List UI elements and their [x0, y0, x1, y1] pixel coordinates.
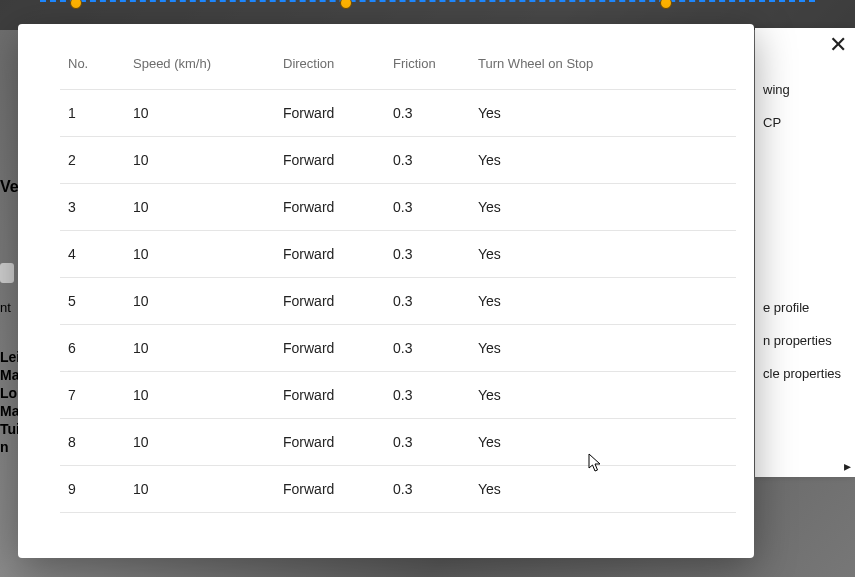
cell-friction: 0.3 [385, 466, 470, 513]
cell-friction: 0.3 [385, 90, 470, 137]
side-item-profile[interactable]: e profile [763, 300, 845, 315]
side-item-props1[interactable]: n properties [763, 333, 845, 348]
cell-no: 3 [60, 184, 125, 231]
chevron-right-icon[interactable]: ▸ [844, 458, 851, 474]
table-row[interactable]: 910Forward0.3Yes [60, 466, 736, 513]
cell-no: 2 [60, 137, 125, 184]
cell-turn: Yes [470, 466, 736, 513]
table-row[interactable]: 510Forward0.3Yes [60, 278, 736, 325]
cell-turn: Yes [470, 278, 736, 325]
cell-friction: 0.3 [385, 184, 470, 231]
cell-direction: Forward [275, 184, 385, 231]
cell-direction: Forward [275, 419, 385, 466]
cell-no: 6 [60, 325, 125, 372]
cell-speed: 10 [125, 419, 275, 466]
cell-turn: Yes [470, 372, 736, 419]
table-row[interactable]: 310Forward0.3Yes [60, 184, 736, 231]
cell-direction: Forward [275, 372, 385, 419]
selection-border [40, 0, 815, 8]
left-fragment-chip [0, 263, 14, 283]
cell-turn: Yes [470, 184, 736, 231]
cell-turn: Yes [470, 137, 736, 184]
side-item-wing[interactable]: wing [763, 82, 845, 97]
cell-direction: Forward [275, 466, 385, 513]
left-fragment-nt: nt [0, 299, 11, 317]
cell-no: 7 [60, 372, 125, 419]
side-item-cp[interactable]: CP [763, 115, 845, 130]
cell-turn: Yes [470, 325, 736, 372]
table-header-row: No. Speed (km/h) Direction Friction Turn… [60, 42, 736, 90]
cell-turn: Yes [470, 90, 736, 137]
cell-speed: 10 [125, 137, 275, 184]
table-row[interactable]: 210Forward0.3Yes [60, 137, 736, 184]
table-row[interactable]: 810Forward0.3Yes [60, 419, 736, 466]
cell-speed: 10 [125, 231, 275, 278]
col-header-speed: Speed (km/h) [125, 42, 275, 90]
side-item-props2[interactable]: cle properties [763, 366, 845, 381]
cell-direction: Forward [275, 90, 385, 137]
cell-friction: 0.3 [385, 372, 470, 419]
cell-friction: 0.3 [385, 231, 470, 278]
cell-direction: Forward [275, 231, 385, 278]
cell-no: 4 [60, 231, 125, 278]
cell-no: 1 [60, 90, 125, 137]
cell-speed: 10 [125, 372, 275, 419]
table-row[interactable]: 710Forward0.3Yes [60, 372, 736, 419]
cell-speed: 10 [125, 466, 275, 513]
col-header-direction: Direction [275, 42, 385, 90]
cell-turn: Yes [470, 419, 736, 466]
close-icon[interactable]: ✕ [829, 34, 847, 56]
cell-friction: 0.3 [385, 137, 470, 184]
parameters-dialog: No. Speed (km/h) Direction Friction Turn… [18, 24, 754, 558]
side-panel: ✕ wing CP e profile n properties cle pro… [755, 28, 855, 477]
cell-friction: 0.3 [385, 325, 470, 372]
table-row[interactable]: 410Forward0.3Yes [60, 231, 736, 278]
cell-no: 8 [60, 419, 125, 466]
col-header-no: No. [60, 42, 125, 90]
cell-speed: 10 [125, 278, 275, 325]
table-row[interactable]: 110Forward0.3Yes [60, 90, 736, 137]
cell-direction: Forward [275, 325, 385, 372]
cell-turn: Yes [470, 231, 736, 278]
table-row[interactable]: 610Forward0.3Yes [60, 325, 736, 372]
cell-no: 5 [60, 278, 125, 325]
cell-friction: 0.3 [385, 278, 470, 325]
col-header-friction: Friction [385, 42, 470, 90]
left-fragment-ve: Ve [0, 178, 19, 196]
cell-speed: 10 [125, 184, 275, 231]
cell-no: 9 [60, 466, 125, 513]
cell-speed: 10 [125, 325, 275, 372]
parameters-table: No. Speed (km/h) Direction Friction Turn… [60, 42, 736, 513]
col-header-turn: Turn Wheel on Stop [470, 42, 736, 90]
cell-friction: 0.3 [385, 419, 470, 466]
cell-speed: 10 [125, 90, 275, 137]
cell-direction: Forward [275, 278, 385, 325]
cell-direction: Forward [275, 137, 385, 184]
